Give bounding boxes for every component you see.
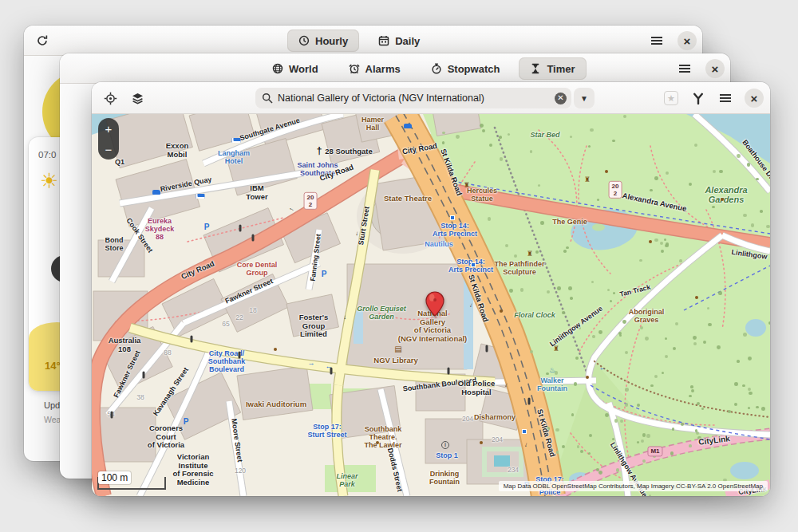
route-icon (692, 92, 705, 104)
clocks-close-button[interactable]: × (705, 59, 725, 78)
clocks-view-switcher: WorldAlarmsStopwatchTimer (261, 57, 587, 80)
map-canvas[interactable]: + − 100 m Map Data ODBL OpenStreetMap Co… (92, 114, 770, 496)
refresh-icon (36, 34, 49, 47)
clocks-tab-stopwatch[interactable]: Stopwatch (420, 57, 512, 80)
locate-icon (104, 92, 117, 105)
clear-search-button[interactable]: ✕ (555, 93, 567, 104)
calendar-icon (378, 35, 389, 46)
zoom-in-button[interactable]: + (98, 118, 119, 139)
search-input[interactable] (278, 93, 555, 104)
weather-tab-hourly[interactable]: Hourly (287, 30, 359, 52)
search-icon (262, 93, 273, 104)
hourglass-icon (530, 63, 541, 74)
refresh-button[interactable] (30, 29, 54, 53)
maps-headerbar: ✕ ▼ ★ × (92, 82, 770, 114)
layers-icon (131, 92, 144, 105)
clock-icon (298, 35, 310, 46)
maps-close-button[interactable]: × (745, 89, 764, 108)
clocks-tab-alarms[interactable]: Alarms (338, 57, 412, 80)
tab-label: Stopwatch (448, 63, 500, 75)
sun-icon: ☀ (40, 169, 58, 194)
weather-headerbar: HourlyDaily × (24, 26, 702, 56)
map-zoom-control: + − (98, 118, 119, 160)
alarm-icon (349, 63, 360, 74)
close-icon: × (684, 35, 691, 47)
map-pin-icon[interactable] (425, 291, 444, 317)
locate-button[interactable] (98, 86, 122, 110)
weather-updated-label: Upd (44, 400, 60, 410)
clocks-menu-button[interactable] (673, 57, 697, 81)
weather-close-button[interactable]: × (678, 31, 697, 50)
close-icon: × (751, 93, 758, 104)
map-scale-label: 100 m (98, 471, 131, 484)
weather-time-label: 07:0 (38, 150, 56, 160)
favorites-button[interactable]: ★ (660, 87, 682, 109)
weather-temp-label: 14° (45, 360, 61, 372)
search-entry[interactable]: ✕ (255, 88, 571, 108)
menu-icon (720, 94, 731, 102)
map-scale-bar: 100 m (97, 477, 166, 490)
tab-label: Alarms (365, 63, 401, 75)
weather-menu-button[interactable] (645, 29, 669, 53)
weather-view-switcher: HourlyDaily (287, 30, 431, 52)
menu-icon (679, 65, 690, 73)
maps-window: ✕ ▼ ★ × (92, 82, 770, 496)
search-dropdown-button[interactable]: ▼ (574, 88, 595, 108)
route-button[interactable] (687, 87, 709, 109)
favorite-star-icon: ★ (664, 91, 678, 105)
layers-button[interactable] (125, 86, 149, 110)
zoom-out-button[interactable]: − (98, 139, 119, 160)
clear-icon: ✕ (557, 94, 563, 102)
tab-label: Timer (547, 63, 575, 75)
weather-attribution-label: Wea (44, 415, 61, 424)
close-icon: × (712, 63, 719, 75)
dropdown-arrow-icon: ▼ (580, 94, 588, 103)
clocks-tab-world[interactable]: World (261, 57, 330, 80)
maps-menu-button[interactable] (714, 87, 737, 109)
tab-label: Hourly (315, 35, 348, 47)
tab-label: Daily (395, 35, 420, 47)
stopwatch-icon (431, 63, 442, 74)
menu-icon (651, 37, 662, 45)
tab-label: World (289, 63, 318, 75)
map-attribution: Map Data ODBL OpenStreetMap Contributors… (499, 481, 768, 491)
weather-tab-daily[interactable]: Daily (367, 30, 431, 52)
globe-icon (272, 63, 283, 74)
clocks-headerbar: WorldAlarmsStopwatchTimer × (60, 53, 730, 84)
clocks-tab-timer[interactable]: Timer (519, 57, 586, 80)
